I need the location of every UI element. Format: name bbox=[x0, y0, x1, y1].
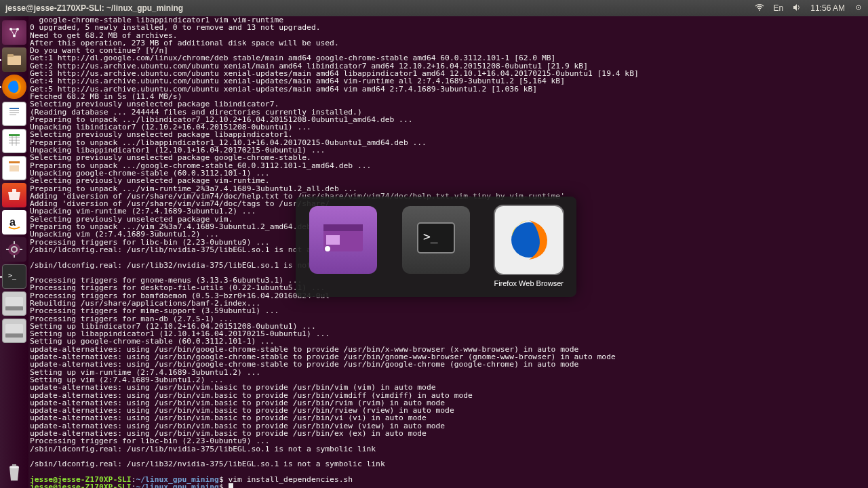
firefox-launcher-icon[interactable] bbox=[2, 75, 26, 99]
svg-rect-32 bbox=[5, 333, 23, 338]
clock[interactable]: 11:56 AM bbox=[810, 3, 845, 13]
switcher-item-screenrec[interactable] bbox=[305, 206, 382, 279]
language-indicator[interactable]: En bbox=[774, 3, 784, 13]
trash-icon[interactable] bbox=[2, 460, 26, 484]
svg-rect-18 bbox=[9, 165, 19, 171]
alt-tab-switcher: >_ Firefox Web Browser bbox=[296, 197, 576, 297]
volume-icon[interactable] bbox=[793, 3, 801, 14]
svg-rect-30 bbox=[5, 306, 23, 310]
svg-rect-13 bbox=[9, 115, 16, 115]
terminal-launcher-icon[interactable]: >_ bbox=[2, 264, 26, 289]
svg-rect-15 bbox=[9, 134, 20, 136]
svg-rect-10 bbox=[9, 108, 19, 109]
svg-rect-36 bbox=[323, 224, 363, 231]
svg-point-37 bbox=[325, 246, 330, 251]
unity-launcher: a >_ bbox=[0, 16, 28, 488]
svg-point-0 bbox=[759, 9, 760, 11]
svg-text:>_: >_ bbox=[423, 229, 438, 243]
writer-icon[interactable] bbox=[2, 102, 26, 126]
svg-rect-7 bbox=[7, 54, 14, 57]
svg-rect-31 bbox=[5, 324, 23, 333]
settings-icon[interactable] bbox=[2, 237, 26, 262]
firefox-app-icon bbox=[495, 206, 563, 274]
top-menu-bar: jesse@jesse-Z170XP-SLI: ~/linux_gpu_mini… bbox=[0, 0, 868, 16]
system-indicators: En 11:56 AM bbox=[755, 3, 863, 14]
terminal-app-icon: >_ bbox=[402, 206, 470, 274]
svg-point-21 bbox=[8, 243, 20, 256]
wifi-icon[interactable] bbox=[755, 3, 764, 13]
svg-rect-34 bbox=[12, 464, 16, 466]
software-icon[interactable] bbox=[2, 183, 26, 207]
files-icon[interactable] bbox=[2, 47, 26, 72]
svg-rect-11 bbox=[9, 110, 19, 111]
screenrec-app-icon bbox=[309, 206, 377, 274]
switcher-label: Firefox Web Browser bbox=[494, 279, 564, 287]
svg-rect-17 bbox=[9, 161, 20, 163]
svg-point-2 bbox=[858, 7, 859, 8]
switcher-item-terminal[interactable]: >_ bbox=[398, 206, 475, 279]
switcher-item-firefox[interactable]: Firefox Web Browser bbox=[490, 206, 567, 287]
svg-text:a: a bbox=[9, 216, 16, 228]
svg-rect-12 bbox=[9, 113, 19, 113]
impress-icon[interactable] bbox=[2, 156, 26, 180]
window-title: jesse@jesse-Z170XP-SLI: ~/linux_gpu_mini… bbox=[5, 3, 755, 13]
gear-icon[interactable] bbox=[854, 3, 863, 14]
svg-rect-29 bbox=[5, 297, 23, 306]
svg-rect-19 bbox=[12, 189, 16, 192]
dash-icon[interactable] bbox=[2, 20, 26, 45]
device-icon-1[interactable] bbox=[2, 291, 26, 316]
device-icon-2[interactable] bbox=[2, 319, 26, 343]
svg-rect-9 bbox=[7, 105, 22, 123]
calc-icon[interactable] bbox=[2, 129, 26, 153]
amazon-icon[interactable]: a bbox=[2, 210, 26, 235]
svg-text:>_: >_ bbox=[8, 272, 17, 280]
svg-rect-6 bbox=[7, 56, 21, 65]
svg-rect-38 bbox=[326, 235, 340, 245]
